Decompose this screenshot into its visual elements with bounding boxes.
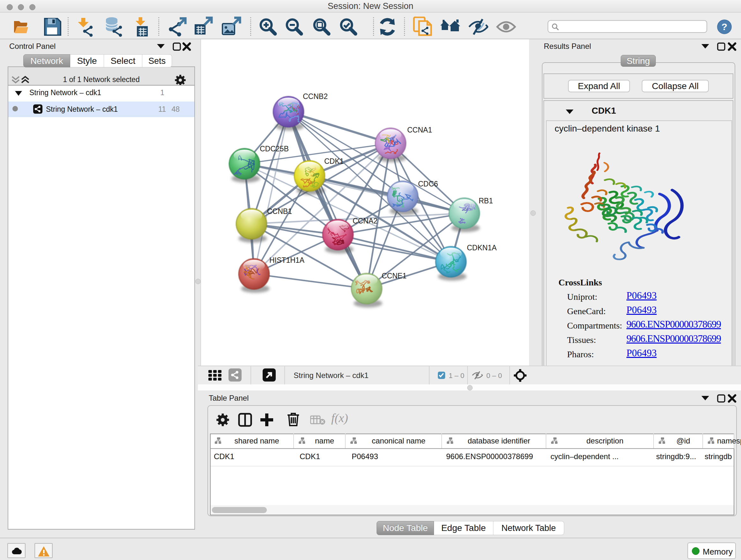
svg-text:CCNA1: CCNA1 [407, 126, 432, 134]
svg-text:CDC6: CDC6 [418, 180, 438, 188]
svg-text:CCNB1: CCNB1 [267, 207, 292, 215]
svg-text:?: ? [722, 21, 727, 32]
svg-text:CDKN1A: CDKN1A [467, 244, 497, 252]
svg-text:CCNA2: CCNA2 [353, 217, 378, 225]
svg-text:RB1: RB1 [479, 197, 493, 205]
svg-text:HIST1H1A: HIST1H1A [269, 256, 305, 264]
svg-text:CDC25B: CDC25B [260, 145, 289, 153]
svg-text:CCNE1: CCNE1 [382, 272, 407, 280]
svg-text:CDK1: CDK1 [324, 157, 344, 165]
svg-text:CCNB2: CCNB2 [303, 92, 328, 101]
